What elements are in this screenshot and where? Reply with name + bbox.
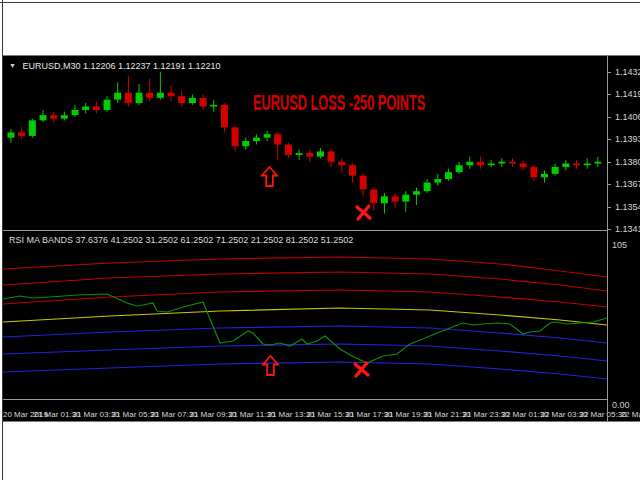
time-axis-label: 22 Mar 07:3 bbox=[621, 410, 640, 419]
band-31-line bbox=[3, 344, 607, 361]
ohlc-values: 1.12206 1.12237 1.12191 1.12210 bbox=[83, 61, 221, 71]
price-axis-divider bbox=[607, 56, 608, 421]
band-51-line bbox=[3, 308, 607, 325]
window-frame-top bbox=[0, 2, 640, 3]
indicator-timeaxis-divider bbox=[3, 399, 607, 400]
x-mark-icon bbox=[355, 363, 368, 376]
price-axis-label: 1.13800 bbox=[615, 157, 640, 167]
band-81-line bbox=[3, 257, 607, 277]
price-axis-label: 1.13930 bbox=[615, 134, 640, 144]
symbol-period-label: EURUSD,M30 bbox=[22, 61, 80, 71]
chart-window[interactable]: ▼ EURUSD,M30 1.12206 1.12237 1.12191 1.1… bbox=[3, 55, 640, 422]
time-axis[interactable]: 20 Mar 201921 Mar 01:3021 Mar 03:3021 Ma… bbox=[3, 399, 640, 421]
indicator-scale-top: 105 bbox=[612, 240, 627, 250]
price-axis-label: 1.14190 bbox=[615, 89, 640, 99]
indicator-label: RSI MA BANDS 37.6376 41.2502 31.2502 61.… bbox=[9, 235, 353, 245]
price-axis-label: 1.13540 bbox=[615, 202, 640, 212]
chart-header: ▼ EURUSD,M30 1.12206 1.12237 1.12191 1.1… bbox=[9, 61, 221, 71]
band-61-line bbox=[3, 290, 607, 307]
band-21-line bbox=[3, 362, 607, 379]
time-axis-label: 22 Mar 05:30 bbox=[579, 410, 626, 419]
indicator-scale-bottom: 0.00 bbox=[612, 400, 630, 410]
product-screenshot: ▼ EURUSD,M30 1.12206 1.12237 1.12191 1.1… bbox=[0, 0, 640, 480]
price-axis-label: 1.14060 bbox=[615, 112, 640, 122]
main-indicator-divider[interactable] bbox=[3, 230, 607, 231]
price-axis[interactable]: 1.143201.141901.140601.139301.138001.136… bbox=[607, 56, 640, 421]
price-axis-label: 1.13410 bbox=[615, 224, 640, 234]
x-mark-icon bbox=[357, 206, 370, 219]
band-71-line bbox=[3, 272, 607, 291]
loss-annotation-text: EURUSD LOSS -250 POINTS bbox=[253, 90, 425, 116]
price-axis-label: 1.13670 bbox=[615, 179, 640, 189]
price-axis-label: 1.14320 bbox=[615, 67, 640, 77]
up-arrow-icon bbox=[263, 356, 278, 375]
chevron-down-icon[interactable]: ▼ bbox=[9, 62, 16, 69]
up-arrow-icon bbox=[262, 167, 277, 186]
